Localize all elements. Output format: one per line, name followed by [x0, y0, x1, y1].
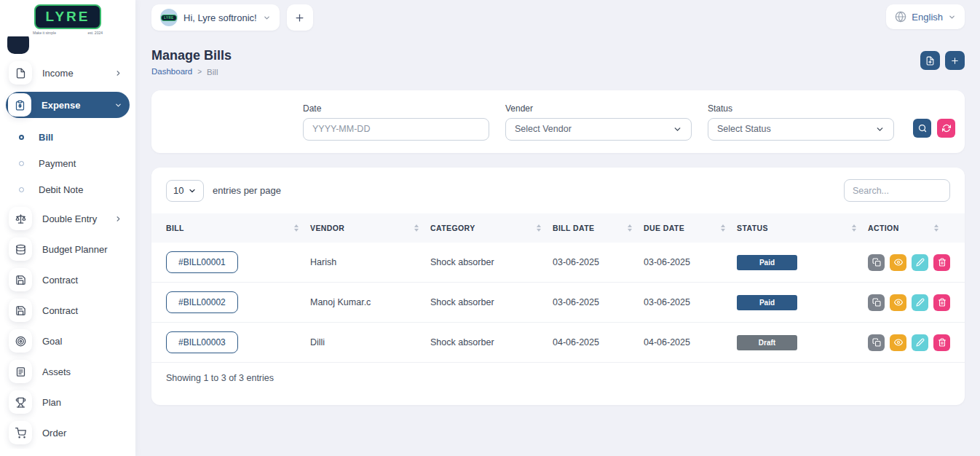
bills-table-panel: 10 entries per page BILL VENDOR CATEGORY… — [151, 168, 965, 405]
sidebar-item-contract[interactable]: Contract — [6, 268, 130, 291]
page-size-select[interactable]: 10 — [166, 180, 204, 202]
sidebar-item-label: Income — [42, 68, 114, 79]
sort-icon[interactable] — [414, 224, 419, 232]
eye-icon — [894, 258, 903, 267]
column-header-bill[interactable]: BILL — [166, 224, 310, 232]
breadcrumb-separator: > — [197, 68, 202, 76]
delete-button[interactable] — [933, 334, 950, 351]
vendor-cell: Harish — [310, 257, 430, 267]
plus-icon — [950, 56, 960, 66]
sidebar-nav: Income Expense Bill Payment Debit Note — [0, 36, 135, 449]
sidebar-item-goal[interactable]: Goal — [6, 329, 130, 353]
copy-icon — [872, 298, 881, 307]
file-plus-icon — [925, 56, 935, 66]
trash-icon — [938, 258, 947, 267]
view-button[interactable] — [890, 254, 906, 271]
duplicate-button[interactable] — [868, 294, 885, 311]
partial-menu-item-icon[interactable] — [7, 36, 29, 54]
sidebar-item-budget-planner[interactable]: Budget Planner — [6, 237, 130, 261]
due-date-cell: 03-06-2025 — [644, 257, 737, 267]
database-icon — [9, 237, 32, 261]
column-header-vendor[interactable]: VENDOR — [310, 224, 430, 232]
reset-filter-button[interactable] — [937, 119, 955, 138]
date-input[interactable] — [312, 124, 480, 134]
bullet-icon — [19, 187, 24, 192]
column-header-category[interactable]: CATEGORY — [430, 224, 553, 232]
chevron-right-icon — [114, 69, 122, 77]
main-content: LYRE Hi, Lyre softronic! English Manage … — [135, 0, 980, 456]
sort-icon[interactable] — [934, 224, 938, 232]
sidebar-item-order[interactable]: Order — [6, 421, 130, 444]
cart-icon — [9, 421, 32, 444]
status-label: Status — [708, 103, 894, 114]
language-selector[interactable]: English — [886, 4, 965, 29]
file-icon — [9, 61, 32, 84]
search-input[interactable] — [853, 186, 941, 196]
sidebar-item-assets[interactable]: Assets — [6, 360, 130, 383]
trophy-icon — [9, 390, 32, 414]
page-header: Manage Bills Dashboard > Bill — [151, 48, 965, 80]
column-header-action[interactable]: ACTION — [868, 224, 950, 232]
edit-button[interactable] — [912, 294, 928, 311]
status-select[interactable]: Select Status — [708, 118, 894, 141]
sidebar-item-double-entry[interactable]: Double Entry — [6, 207, 130, 230]
sidebar-subitem-payment[interactable]: Payment — [6, 150, 130, 176]
sidebar-subitem-bill[interactable]: Bill — [6, 124, 130, 150]
sort-icon[interactable] — [294, 224, 299, 232]
table-row: #BILL00001 Harish Shock absorber 03-06-2… — [151, 243, 965, 283]
column-header-status[interactable]: STATUS — [737, 224, 868, 232]
create-bill-button[interactable] — [945, 51, 965, 70]
vendor-select[interactable]: Select Vendor — [505, 118, 692, 141]
column-header-bill-date[interactable]: BILL DATE — [553, 224, 644, 232]
sort-icon[interactable] — [721, 224, 725, 232]
quick-add-button[interactable] — [287, 4, 313, 31]
duplicate-button[interactable] — [868, 254, 885, 271]
bill-number-button[interactable]: #BILL00003 — [166, 331, 238, 353]
language-label: English — [912, 12, 943, 23]
bill-date-cell: 04-06-2025 — [553, 337, 644, 347]
bill-number-button[interactable]: #BILL00002 — [166, 291, 238, 313]
delete-button[interactable] — [933, 294, 950, 311]
vendor-field: Vender Select Vendor — [505, 103, 692, 141]
export-bills-button[interactable] — [920, 51, 940, 70]
sidebar-subitem-debit-note[interactable]: Debit Note — [6, 176, 130, 203]
column-header-due-date[interactable]: DUE DATE — [644, 224, 737, 232]
sidebar-item-plan[interactable]: Plan — [6, 390, 130, 414]
chevron-down-icon — [263, 14, 271, 22]
breadcrumb: Dashboard > Bill — [151, 67, 232, 76]
search-icon — [918, 124, 927, 133]
user-menu[interactable]: LYRE Hi, Lyre softronic! — [151, 4, 280, 31]
trash-icon — [938, 338, 947, 347]
edit-button[interactable] — [912, 254, 928, 271]
sort-icon[interactable] — [852, 224, 856, 232]
sidebar-item-contract-2[interactable]: Contract — [6, 299, 130, 322]
sidebar: LYRE Make it simple est. 2024 Income Exp… — [0, 0, 135, 456]
edit-icon — [916, 258, 925, 267]
status-badge: Draft — [737, 335, 797, 350]
edit-icon — [916, 338, 925, 347]
app-logo[interactable]: LYRE Make it simple est. 2024 — [0, 0, 135, 36]
clipboard-icon — [8, 93, 31, 117]
globe-icon — [895, 11, 906, 23]
sort-icon[interactable] — [537, 224, 541, 232]
vendor-cell: Manoj Kumar.c — [310, 297, 430, 307]
sidebar-item-income[interactable]: Income — [6, 61, 130, 84]
view-button[interactable] — [890, 334, 906, 351]
bullet-icon — [19, 161, 24, 166]
bill-date-cell: 03-06-2025 — [553, 297, 644, 307]
due-date-cell: 03-06-2025 — [644, 297, 737, 307]
sort-icon[interactable] — [628, 224, 632, 232]
category-cell: Shock absorber — [430, 337, 553, 347]
view-button[interactable] — [890, 294, 906, 311]
refresh-icon — [942, 124, 951, 133]
duplicate-button[interactable] — [868, 334, 885, 351]
breadcrumb-dashboard-link[interactable]: Dashboard — [151, 67, 192, 76]
apply-filter-button[interactable] — [913, 119, 931, 138]
edit-button[interactable] — [912, 334, 928, 351]
entries-per-page-label: entries per page — [213, 185, 281, 196]
bill-number-button[interactable]: #BILL00001 — [166, 251, 238, 273]
delete-button[interactable] — [933, 254, 950, 271]
sidebar-item-expense[interactable]: Expense — [6, 92, 130, 118]
status-badge: Paid — [737, 295, 797, 310]
edit-icon — [916, 298, 925, 307]
